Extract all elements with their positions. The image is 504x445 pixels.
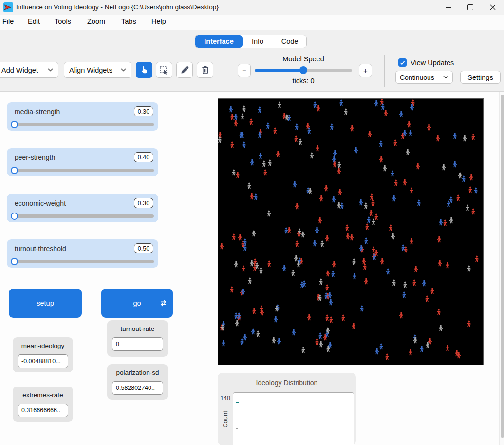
person-agent-blue xyxy=(294,123,299,130)
person-agent-blue xyxy=(331,271,336,277)
person-agent-red xyxy=(345,224,350,231)
toolbar-separator xyxy=(384,55,385,87)
minimize-button[interactable] xyxy=(437,0,459,15)
plot-title: Ideology Distribution xyxy=(218,373,356,387)
edit-widget-button[interactable] xyxy=(176,62,193,78)
align-widgets-dropdown[interactable]: Align Widgets xyxy=(64,62,131,78)
person-agent-red xyxy=(415,163,420,170)
trash-icon xyxy=(201,65,210,75)
delete-widget-button[interactable] xyxy=(197,62,213,78)
person-agent-red xyxy=(430,288,435,294)
monitor-extremes-rate: extremes-rate 0.316666666.. xyxy=(13,387,73,422)
plot-pen-mark xyxy=(236,428,238,429)
menu-zoom[interactable]: Zoom xyxy=(87,18,105,25)
menu-tabs[interactable]: Tabs xyxy=(121,18,136,25)
person-agent-red xyxy=(325,270,330,277)
person-agent-gray xyxy=(255,262,260,269)
tab-code[interactable]: Code xyxy=(273,35,306,48)
setup-button[interactable]: setup xyxy=(9,289,82,318)
person-agent-blue xyxy=(265,122,270,129)
person-agent-gray xyxy=(296,261,301,268)
menu-tools[interactable]: Tools xyxy=(55,18,71,25)
speed-decrease-button[interactable]: − xyxy=(238,64,251,77)
person-agent-red xyxy=(233,120,238,127)
close-button[interactable] xyxy=(482,0,504,15)
person-agent-gray xyxy=(363,202,368,209)
monitor-value: 0.582802740.. xyxy=(112,381,163,395)
speed-increase-button[interactable]: + xyxy=(359,64,372,77)
person-agent-blue xyxy=(446,200,451,207)
slider-thumb[interactable] xyxy=(11,213,18,220)
person-agent-gray xyxy=(371,218,376,225)
person-agent-blue xyxy=(380,103,385,110)
vertical-scrollbar[interactable] xyxy=(499,92,504,445)
slider-thumb[interactable] xyxy=(11,121,18,128)
person-agent-red xyxy=(295,240,299,247)
chevron-down-icon xyxy=(121,68,126,72)
update-mode-dropdown[interactable]: Continuous xyxy=(395,71,453,84)
person-agent-red xyxy=(219,243,224,250)
marquee-select-button[interactable] xyxy=(156,62,172,78)
person-agent-gray xyxy=(261,160,266,167)
add-widget-dropdown[interactable]: Add Widget xyxy=(0,62,58,78)
scrollbar-thumb[interactable] xyxy=(501,95,504,438)
go-button[interactable]: go xyxy=(101,289,173,318)
slider-value-box[interactable]: 0.40 xyxy=(134,152,153,162)
check-icon xyxy=(400,60,405,65)
monitor-name: extremes-rate xyxy=(13,387,73,399)
person-agent-red xyxy=(412,279,417,286)
speed-slider-thumb[interactable] xyxy=(299,66,307,74)
person-agent-gray xyxy=(337,161,342,168)
person-agent-blue xyxy=(332,156,336,163)
slider-track[interactable] xyxy=(11,214,154,218)
person-agent-blue xyxy=(313,101,317,108)
tab-interface[interactable]: Interface xyxy=(195,35,243,48)
tab-info[interactable]: Info xyxy=(243,35,273,48)
menu-help[interactable]: Help xyxy=(151,18,166,25)
slider-value-box[interactable]: 0.50 xyxy=(134,243,153,253)
person-agent-red xyxy=(315,145,320,152)
slider-thumb[interactable] xyxy=(11,167,18,174)
person-agent-gray xyxy=(247,182,252,189)
slider-thumb[interactable] xyxy=(11,258,18,265)
person-agent-blue xyxy=(419,346,424,352)
slider-track[interactable] xyxy=(11,123,154,126)
slider-value-box[interactable]: 0.30 xyxy=(134,106,153,116)
speed-slider-fill xyxy=(255,69,303,72)
toolbar-region: Interface Info Code Add Widget Align Wid… xyxy=(0,30,504,92)
person-agent-blue xyxy=(379,343,384,350)
person-agent-gray xyxy=(240,113,245,120)
slider-economic-weight: economic-weight 0.30 xyxy=(7,194,158,222)
person-agent-gray xyxy=(405,149,410,155)
person-agent-gray xyxy=(458,172,463,179)
person-agent-red xyxy=(380,258,385,265)
person-agent-blue xyxy=(473,187,478,194)
menu-file[interactable]: File xyxy=(2,18,14,25)
person-agent-blue xyxy=(315,227,319,233)
person-agent-red xyxy=(437,236,442,243)
view-updates-label: View Updates xyxy=(411,59,454,67)
minimize-icon xyxy=(446,7,451,8)
slider-media-strength: media-strength 0.30 xyxy=(7,102,158,131)
person-agent-red xyxy=(337,189,342,195)
person-agent-blue xyxy=(257,106,262,113)
person-agent-blue xyxy=(402,291,407,298)
person-agent-red xyxy=(468,186,473,193)
maximize-button[interactable] xyxy=(459,0,482,15)
person-agent-blue xyxy=(402,130,407,136)
person-agent-red xyxy=(413,266,418,272)
slider-track[interactable] xyxy=(11,260,154,263)
settings-button[interactable]: Settings xyxy=(460,71,501,84)
world-view[interactable] xyxy=(218,98,484,365)
model-speed-slider[interactable] xyxy=(255,69,352,72)
menu-edit[interactable]: Edit xyxy=(28,18,40,25)
person-agent-blue xyxy=(386,268,391,275)
person-agent-blue xyxy=(359,305,364,312)
slider-track[interactable] xyxy=(11,169,154,172)
person-agent-gray xyxy=(220,324,225,331)
view-updates-checkbox[interactable] xyxy=(398,58,407,67)
select-hand-button[interactable] xyxy=(136,62,152,78)
slider-value-box[interactable]: 0.30 xyxy=(134,198,153,208)
plot-pen-mark xyxy=(236,402,239,403)
person-agent-gray xyxy=(242,105,246,112)
